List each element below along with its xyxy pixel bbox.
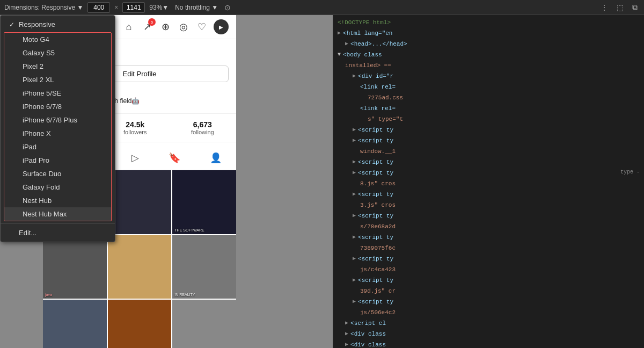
doctype-text: <!DOCTYPE html> (338, 18, 391, 27)
ig-nav-icons: ⌂ ↗ 6 ⊕ ◎ ♡ ▶ (122, 19, 229, 34)
link2-tag: <link rel= (360, 104, 396, 113)
type-label: type - (620, 168, 640, 177)
dropdown-item-galaxy-s5[interactable]: Galaxy S5 (4, 46, 111, 60)
script5-arrow[interactable]: ▶ (353, 190, 356, 199)
506-text: js/506e4c2 (360, 308, 396, 317)
dropdown-item-pixel-2[interactable]: Pixel 2 (4, 60, 111, 73)
ig-home-icon[interactable]: ⌂ (122, 20, 135, 33)
ig-followers-stat[interactable]: 24.5k followers (123, 120, 147, 135)
dropdown-item-nest-hub-max[interactable]: Nest Hub Max (4, 207, 111, 221)
script9-arrow[interactable]: ▶ (353, 276, 356, 285)
code-line-script10[interactable]: ▶ <script ty (348, 296, 644, 307)
code-line-39d: 39d.js" cr (356, 286, 644, 296)
code-line-script1[interactable]: ▶ <script ty (348, 125, 644, 135)
rotate-icon[interactable]: ⊙ (222, 2, 233, 13)
dropdown-item-surface-duo[interactable]: Surface Duo (4, 167, 111, 180)
ig-explore-icon[interactable]: ◎ (177, 20, 190, 33)
grid-item-4: java (43, 235, 107, 299)
script3-tag: <script ty (358, 157, 393, 167)
code-line-script8[interactable]: ▶ <script ty (348, 253, 644, 264)
code-line-body[interactable]: ▼ <body class (333, 49, 644, 60)
script3-arrow[interactable]: ▶ (353, 157, 356, 167)
dimensions-label[interactable]: Dimensions: Responsive ▼ (4, 4, 83, 11)
script1-arrow[interactable]: ▶ (353, 125, 356, 135)
dropdown-item-iphone-678[interactable]: iPhone 6/7/8 (4, 100, 111, 113)
html-arrow[interactable]: ▶ (338, 28, 341, 38)
code-line-script6[interactable]: ▶ <script ty (348, 211, 644, 221)
ig-saved-tab[interactable]: 🔖 (164, 150, 185, 166)
ig-profile-icon[interactable]: ▶ (214, 19, 229, 34)
ig-heart-icon[interactable]: ♡ (195, 20, 208, 33)
ig-tagged-tab[interactable]: 👤 (206, 150, 226, 166)
ig-play-tab[interactable]: ▷ (127, 150, 143, 166)
width-input[interactable] (87, 2, 110, 13)
code-line-div-r[interactable]: ▶ <div id="r (348, 71, 644, 82)
ig-following-stat[interactable]: 6,673 following (191, 120, 214, 135)
script7-arrow[interactable]: ▶ (353, 233, 356, 242)
dropdown-item-ipad[interactable]: iPad (4, 140, 111, 154)
code-line-script4[interactable]: ▶ <script ty type - (348, 168, 644, 178)
script2-arrow[interactable]: ▶ (353, 136, 356, 146)
zoom-selector[interactable]: 93%▼ (149, 4, 169, 11)
ig-add-icon[interactable]: ⊕ (159, 20, 172, 33)
body-arrow[interactable]: ▼ (338, 50, 341, 60)
dimension-separator: × (114, 4, 118, 11)
dropdown-item-nest-hub[interactable]: Nest Hub (4, 194, 111, 207)
device-toolbar-icon[interactable]: ⧉ (630, 2, 640, 13)
script6-arrow[interactable]: ▶ (353, 211, 356, 221)
code-line-div-class2[interactable]: ▶ <div class (341, 339, 644, 348)
code-line-html[interactable]: ▶ <html lang="en (333, 28, 644, 39)
script8-arrow[interactable]: ▶ (353, 254, 356, 264)
device-list-group: Moto G4 Galaxy S5 Pixel 2 Pixel 2 XL iPh (4, 32, 112, 221)
script-cl-tag: <script cl (350, 318, 386, 328)
code-line-div-class1[interactable]: ▶ <div class (341, 329, 644, 339)
script9-tag: <script ty (358, 276, 393, 285)
code-line-link2[interactable]: <link rel= (356, 103, 644, 114)
dropdown-item-iphone-x[interactable]: iPhone X (4, 127, 111, 140)
dropdown-item-iphone-678-plus[interactable]: iPhone 6/7/8 Plus (4, 113, 111, 127)
body-tag: <body class (343, 50, 382, 60)
code-line-script2[interactable]: ▶ <script ty (348, 135, 644, 146)
dropdown-item-iphone-5se[interactable]: iPhone 5/SE (4, 86, 111, 100)
div-r-arrow[interactable]: ▶ (353, 71, 356, 81)
code-line-script-cl[interactable]: ▶ <script cl (341, 318, 644, 329)
grid-item-3: THE SOFTWARE (172, 170, 236, 234)
more-options-icon[interactable]: ⋮ (598, 2, 610, 13)
ig-followers-value: 24.5k (123, 120, 147, 129)
code-line-script3[interactable]: ▶ <script ty (348, 157, 644, 168)
dropdown-label-responsive: Responsive (19, 20, 55, 28)
script2-tag: <script ty (358, 136, 393, 146)
devtools-toolbar: Dimensions: Responsive ▼ × 93%▼ No throt… (0, 0, 644, 15)
div-class2-arrow[interactable]: ▶ (345, 340, 348, 348)
code-line-script7[interactable]: ▶ <script ty (348, 232, 644, 243)
div-class1-arrow[interactable]: ▶ (345, 329, 348, 339)
dropdown-item-galaxy-fold[interactable]: Galaxy Fold (4, 180, 111, 194)
dropdown-item-moto-g4[interactable]: Moto G4 (4, 33, 111, 46)
height-input[interactable] (122, 2, 145, 13)
dropdown-label-iphone-5se: iPhone 5/SE (23, 89, 61, 97)
grid-item-6: IN REALITY (172, 235, 236, 299)
script4-arrow[interactable]: ▶ (353, 168, 356, 178)
ig-activity-icon[interactable]: ↗ 6 (141, 20, 153, 33)
grid-item-5 (108, 235, 172, 299)
script10-arrow[interactable]: ▶ (353, 297, 356, 307)
installed-text: installed> == (345, 61, 391, 70)
inspect-icon[interactable]: ⬚ (614, 2, 626, 13)
code-line-script5[interactable]: ▶ <script ty (348, 189, 644, 200)
ig-following-label: following (191, 129, 214, 135)
ig-following-value: 6,673 (191, 120, 214, 129)
devtools-panel: <!DOCTYPE html> ▶ <html lang="en ▶ <head… (333, 15, 644, 348)
code-line-link1[interactable]: <link rel= (356, 82, 644, 92)
dropdown-label-galaxy-s5: Galaxy S5 (23, 49, 55, 57)
code-line-head[interactable]: ▶ <head>...</head> (341, 39, 644, 49)
code-view: <!DOCTYPE html> ▶ <html lang="en ▶ <head… (333, 15, 644, 348)
head-arrow[interactable]: ▶ (345, 39, 348, 49)
dropdown-item-ipad-pro[interactable]: iPad Pro (4, 154, 111, 167)
dropdown-item-pixel-2-xl[interactable]: Pixel 2 XL (4, 73, 111, 86)
throttle-selector[interactable]: No throttling ▼ (175, 4, 218, 11)
dropdown-edit-button[interactable]: Edit... (1, 226, 115, 240)
script-cl-arrow[interactable]: ▶ (345, 318, 348, 328)
dropdown-item-responsive[interactable]: ✓ Responsive (1, 18, 115, 31)
script1-tag: <script ty (358, 125, 393, 135)
code-line-script9[interactable]: ▶ <script ty (348, 275, 644, 286)
